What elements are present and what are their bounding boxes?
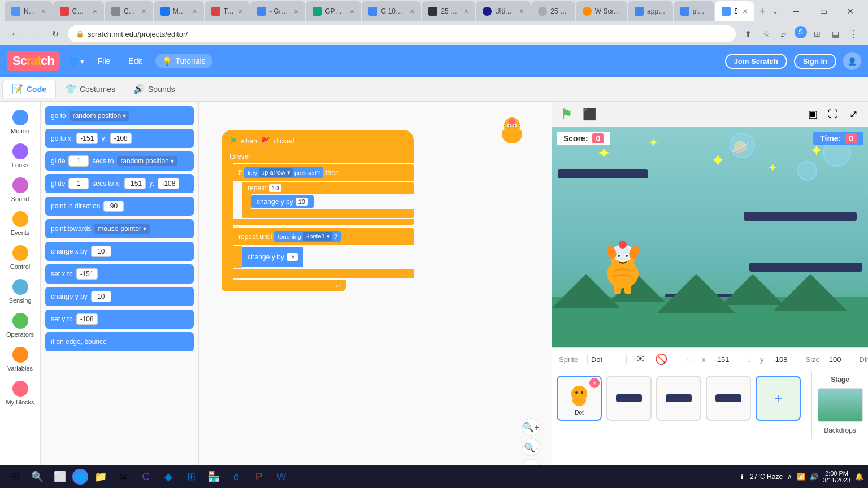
stage-canvas[interactable]: ✦ ✦ ✦ ✦ ✦ 🪐 [552, 127, 868, 488]
block-set-x[interactable]: set x to -151 [45, 264, 194, 284]
glide2-secs-input[interactable]: 1 [68, 178, 89, 189]
canva-taskbar[interactable]: C [136, 467, 156, 487]
tab-sounds[interactable]: 🔊 Sounds [124, 80, 184, 98]
sign-in-button[interactable]: Sign In [794, 54, 836, 69]
category-sound[interactable]: Sound [2, 174, 38, 206]
block-glide-random[interactable]: glide 1 secs to random position ▾ [45, 151, 194, 171]
set-y-input[interactable]: -108 [76, 313, 98, 325]
full-screen-button[interactable]: ⛶ [824, 105, 842, 123]
green-flag-button[interactable]: ⚑ [558, 105, 576, 123]
change-y-neg-val[interactable]: -5 [287, 253, 298, 261]
minimize-button[interactable]: ─ [783, 1, 809, 21]
edge-taskbar[interactable]: e [226, 467, 246, 487]
join-scratch-button[interactable]: Join Scratch [725, 54, 787, 69]
stage-thumbnail[interactable] [818, 388, 863, 422]
menu-icon[interactable]: ⋮ [845, 26, 861, 42]
category-myblocks[interactable]: My Blocks [2, 377, 38, 409]
repeat-until-cond[interactable]: touching Sprite1 ▾ ? [274, 231, 341, 242]
category-looks[interactable]: Looks [2, 140, 38, 172]
task-view-button[interactable]: ⬜ [50, 467, 70, 487]
set-x-input[interactable]: -151 [76, 268, 98, 280]
block-glide-xy[interactable]: glide 1 secs to x: -151 y: -108 [45, 174, 194, 193]
ms-store-taskbar[interactable]: 🏪 [203, 467, 224, 487]
bookmark-icon[interactable]: ☆ [758, 26, 774, 42]
hat-block-when-clicked[interactable]: ⚑ when 🚩 clicked [222, 130, 414, 150]
tab-top[interactable]: Top × [205, 1, 250, 21]
user-avatar[interactable]: 👤 [843, 52, 861, 70]
glide-to-dropdown[interactable]: random position ▾ [117, 156, 177, 166]
start-button[interactable]: ⊞ [5, 467, 25, 487]
tab-close-css50[interactable]: × [93, 7, 97, 16]
goto-dropdown[interactable]: random position ▾ [70, 111, 130, 121]
category-events[interactable]: Events [2, 208, 38, 239]
reload-button[interactable]: ↻ [47, 26, 63, 42]
category-control[interactable]: Control [2, 242, 38, 273]
vscode-taskbar[interactable]: ◆ [158, 467, 179, 487]
tab-close-10b[interactable]: × [410, 7, 414, 16]
block-go-to-random[interactable]: go to random position ▾ [45, 106, 194, 125]
tab-appe[interactable]: appe... [628, 1, 672, 21]
powerpoint-taskbar[interactable]: P [249, 467, 269, 487]
tab-overflow-button[interactable]: ⌄ [768, 5, 783, 18]
share-icon[interactable]: ⬆ [740, 26, 756, 42]
tab-css50[interactable]: CS50 × [53, 1, 104, 21]
forward-button[interactable]: → [27, 26, 43, 42]
block-change-y-by[interactable]: change y by 10 [251, 195, 314, 208]
block-change-x[interactable]: change x by 10 [45, 242, 194, 261]
search-taskbar[interactable]: 🔍 [27, 467, 47, 487]
zoom-in-button[interactable]: 🔍+ [522, 418, 540, 436]
tab-close-active[interactable]: × [743, 7, 747, 16]
tab-code[interactable]: 📝 Code [2, 80, 56, 98]
sprite-name-input[interactable] [587, 354, 627, 365]
tutorials-menu[interactable]: 💡 Tutorials [155, 54, 212, 68]
tab-close-mess[interactable]: × [193, 7, 197, 16]
tab-gra[interactable]: - Gra... × [250, 1, 305, 21]
goto-x-input[interactable]: -151 [76, 133, 98, 144]
repeat-input[interactable]: 10 [269, 184, 281, 192]
direction-input[interactable]: 90 [103, 201, 124, 212]
eye-slash-icon[interactable]: 🚫 [655, 353, 667, 365]
stop-button[interactable]: ⬛ [580, 105, 598, 123]
tab-25b2[interactable]: 25 B... [531, 1, 575, 21]
file-menu[interactable]: File [93, 54, 115, 68]
sprite-card-dot[interactable]: ✕ Dot [557, 376, 602, 421]
sprite-delete-button[interactable]: ✕ [589, 378, 600, 388]
globe-menu[interactable]: 🌐 ▾ [69, 57, 84, 66]
block-go-to-xy[interactable]: go to x: -151 y: -108 [45, 129, 194, 148]
word-taskbar[interactable]: W [271, 467, 292, 487]
category-motion[interactable]: Motion [2, 106, 38, 138]
tab-close-ultim[interactable]: × [519, 7, 524, 16]
small-stage-button[interactable]: ▣ [804, 105, 822, 123]
block-if-on-edge[interactable]: if on edge, bounce [45, 332, 194, 351]
tab-gpt[interactable]: GPT-... × [306, 1, 361, 21]
block-point-direction[interactable]: point in direction 90 [45, 197, 194, 216]
profile-icon[interactable]: S [795, 26, 807, 38]
block-repeat-until[interactable]: repeat until touching Sprite1 ▾ ? [233, 228, 414, 245]
tab-close-new[interactable]: × [41, 7, 45, 16]
block-change-y[interactable]: change y by 10 [45, 287, 194, 306]
change-x-input[interactable]: 10 [91, 246, 111, 257]
file-explorer-taskbar[interactable]: 📁 [90, 467, 111, 487]
tab-chat[interactable]: Chat × [105, 1, 153, 21]
extension-icon[interactable]: 🖊 [776, 26, 792, 42]
block-change-y-neg[interactable]: change y by -5 [242, 247, 303, 267]
block-forever[interactable]: forever [222, 150, 414, 163]
category-sensing[interactable]: Sensing [2, 276, 38, 307]
sidebar-toggle-icon[interactable]: ▤ [827, 26, 843, 42]
if-condition[interactable]: key up arrow ▾ pressed? [244, 167, 323, 178]
edit-menu[interactable]: Edit [124, 54, 146, 68]
sprite-card-platform3[interactable] [706, 376, 751, 421]
glide-secs-input[interactable]: 1 [68, 155, 89, 167]
tab-scratch-active[interactable]: S × [715, 1, 754, 21]
change-y-input[interactable]: 10 [91, 291, 111, 302]
script-area[interactable]: ⚑ when 🚩 clicked forever if [199, 102, 552, 488]
tab-costumes[interactable]: 👕 Costumes [56, 80, 124, 98]
notification-icon[interactable]: 🔔 [855, 473, 863, 481]
tab-close-25b[interactable]: × [464, 7, 468, 16]
maximize-button[interactable]: ▭ [810, 1, 836, 21]
back-button[interactable]: ← [7, 26, 23, 42]
mail-taskbar[interactable]: ✉ [113, 467, 133, 487]
glide2-y-input[interactable]: -108 [158, 178, 179, 189]
windows-store-taskbar[interactable]: ⊞ [181, 467, 201, 487]
tab-plat[interactable]: plat... [674, 1, 714, 21]
